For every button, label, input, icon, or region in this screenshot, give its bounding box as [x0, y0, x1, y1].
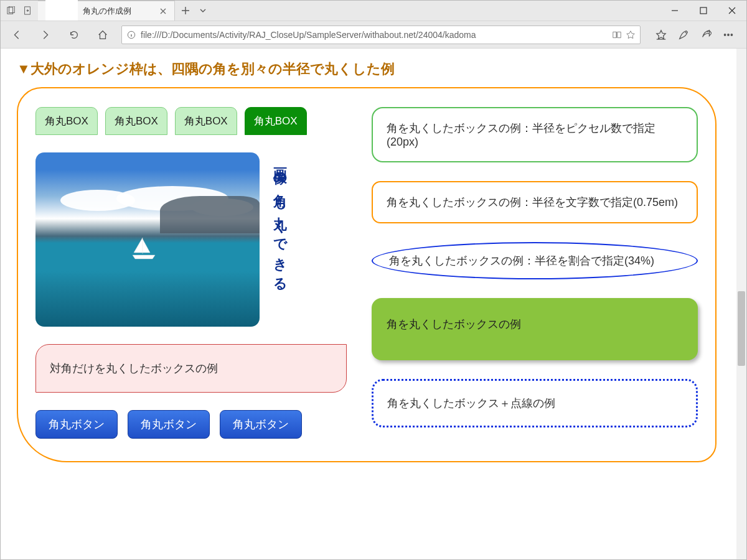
- scrollbar-thumb[interactable]: [738, 291, 745, 366]
- rounded-box-dotted: 角を丸くしたボックス＋点線の例: [372, 379, 698, 427]
- close-tab-icon[interactable]: [159, 7, 167, 15]
- button-row: 角丸ボタン 角丸ボタン 角丸ボタン: [35, 410, 347, 439]
- svg-point-9: [731, 34, 733, 35]
- rounded-tab[interactable]: 角丸BOX: [175, 107, 237, 135]
- right-column: 角を丸くしたボックスの例：半径をピクセル数で指定(20px) 角を丸くしたボック…: [372, 107, 698, 439]
- svg-rect-5: [700, 7, 707, 14]
- window-controls: [660, 1, 746, 21]
- rounded-box-px: 角を丸くしたボックスの例：半径をピクセル数で指定(20px): [372, 107, 698, 162]
- left-column: 角丸BOX 角丸BOX 角丸BOX 角丸BOX: [35, 107, 347, 439]
- image-row: 画像の角も丸くできる: [35, 152, 347, 327]
- new-tab-icon[interactable]: [181, 6, 190, 15]
- close-button[interactable]: [718, 1, 746, 21]
- page-icon: [45, 0, 78, 22]
- scrollbar[interactable]: [736, 49, 746, 559]
- browser-tab[interactable]: 角丸の作成例: [38, 1, 175, 21]
- page-content: ▼大外のオレンジ枠は、四隅の角を別々の半径で丸くした例 角丸BOX 角丸BOX …: [1, 49, 733, 559]
- rounded-tab-active[interactable]: 角丸BOX: [245, 107, 307, 135]
- rounded-box-em: 角を丸くしたボックスの例：半径を文字数で指定(0.75em): [372, 181, 698, 223]
- share-icon[interactable]: [700, 29, 712, 40]
- refresh-button[interactable]: [64, 25, 84, 45]
- notes-icon[interactable]: [678, 29, 689, 40]
- rounded-box-filled: 角を丸くしたボックスの例: [372, 298, 698, 360]
- navbar: file:///D:/Documents/Activity/RAJ_CloseU…: [1, 21, 746, 48]
- sailboat-icon: [129, 236, 159, 261]
- reading-view-icon[interactable]: [613, 30, 621, 39]
- more-icon[interactable]: [723, 29, 734, 40]
- vertical-caption: 画像の角も丸くできる: [271, 152, 289, 287]
- tab-strip-controls: [175, 1, 214, 21]
- favorite-icon[interactable]: [626, 30, 635, 39]
- minimize-button[interactable]: [660, 1, 689, 21]
- rounded-button[interactable]: 角丸ボタン: [128, 410, 210, 439]
- svg-point-8: [728, 34, 730, 35]
- forward-button[interactable]: [35, 25, 55, 45]
- rounded-button[interactable]: 角丸ボタン: [220, 410, 302, 439]
- rounded-tab[interactable]: 角丸BOX: [105, 107, 167, 135]
- diagonal-rounded-box: 対角だけを丸くしたボックスの例: [35, 344, 347, 393]
- viewport: ▼大外のオレンジ枠は、四隅の角を別々の半径で丸くした例 角丸BOX 角丸BOX …: [1, 48, 746, 559]
- rounded-tab[interactable]: 角丸BOX: [35, 107, 98, 135]
- titlebar: 角丸の作成例: [1, 1, 746, 21]
- svg-point-7: [724, 34, 726, 35]
- svg-rect-3: [63, 12, 70, 21]
- rounded-image: [35, 152, 260, 327]
- page-heading: ▼大外のオレンジ枠は、四隅の角を別々の半径で丸くした例: [17, 60, 716, 78]
- back-button[interactable]: [7, 25, 27, 45]
- set-aside-icon[interactable]: [23, 6, 32, 15]
- rounded-box-pct: 角を丸くしたボックスの例：半径を割合で指定(34%): [372, 242, 698, 279]
- address-text: file:///D:/Documents/Activity/RAJ_CloseU…: [141, 30, 608, 40]
- tabs-aside-icon[interactable]: [7, 6, 16, 15]
- rounded-tab-row: 角丸BOX 角丸BOX 角丸BOX 角丸BOX: [35, 107, 347, 135]
- rounded-button[interactable]: 角丸ボタン: [35, 410, 118, 439]
- favorites-hub-icon[interactable]: [655, 29, 667, 40]
- info-icon: [127, 30, 136, 39]
- maximize-button[interactable]: [689, 1, 718, 21]
- chevron-down-icon[interactable]: [199, 6, 207, 15]
- browser-window: 角丸の作成例 file:///D:/Documents/Activity/RAJ…: [0, 0, 747, 560]
- toolbar-right: [649, 29, 740, 40]
- home-button[interactable]: [93, 25, 113, 45]
- tab-actions: [1, 1, 38, 21]
- outer-orange-frame: 角丸BOX 角丸BOX 角丸BOX 角丸BOX: [17, 87, 716, 462]
- address-bar[interactable]: file:///D:/Documents/Activity/RAJ_CloseU…: [121, 26, 641, 44]
- tab-title: 角丸の作成例: [83, 6, 154, 17]
